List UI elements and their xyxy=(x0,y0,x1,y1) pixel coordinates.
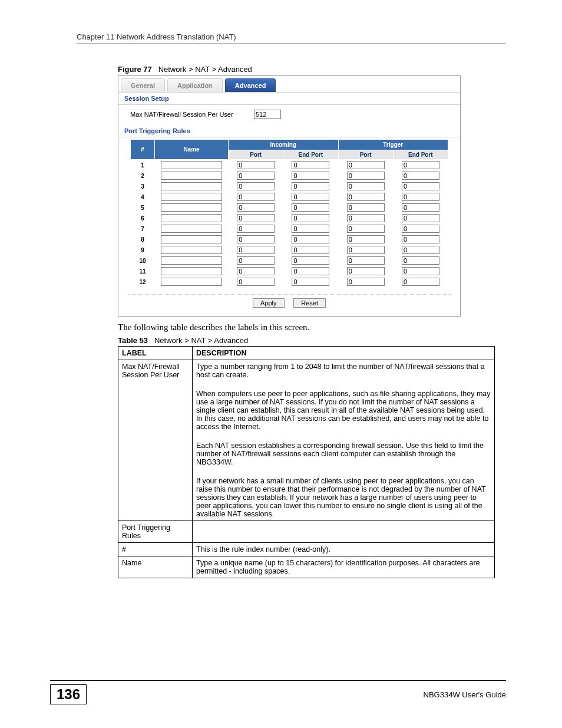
desc-col-label: LABEL xyxy=(118,347,193,360)
incoming-endport-input[interactable] xyxy=(292,267,329,275)
incoming-port-input[interactable] xyxy=(237,256,275,265)
trigger-port-input[interactable] xyxy=(347,256,385,265)
header-rule xyxy=(77,44,506,44)
rule-name-input[interactable] xyxy=(161,214,222,222)
trigger-endport-input[interactable] xyxy=(402,193,439,201)
apply-button[interactable]: Apply xyxy=(253,298,285,308)
incoming-port-input[interactable] xyxy=(237,278,275,286)
router-ui: General Application Advanced Session Set… xyxy=(118,75,461,317)
col-tr-port: Port xyxy=(338,150,393,160)
incoming-port-input[interactable] xyxy=(237,161,275,169)
table-row: 1 xyxy=(131,160,448,171)
trigger-endport-input[interactable] xyxy=(402,235,439,243)
trigger-port-input[interactable] xyxy=(347,161,385,169)
incoming-endport-input[interactable] xyxy=(292,172,329,180)
incoming-endport-input[interactable] xyxy=(292,203,329,212)
rule-name-input[interactable] xyxy=(161,172,222,180)
trigger-port-input[interactable] xyxy=(347,267,385,275)
table-row: 12 xyxy=(131,276,448,287)
incoming-endport-input[interactable] xyxy=(292,246,329,254)
rule-name-input[interactable] xyxy=(161,193,222,201)
max-session-label: Max NAT/Firewall Session Per User xyxy=(130,111,254,118)
trigger-port-input[interactable] xyxy=(347,214,385,222)
rule-name-input[interactable] xyxy=(161,225,222,233)
tab-bar: General Application Advanced xyxy=(118,76,460,93)
trigger-endport-input[interactable] xyxy=(402,161,439,169)
row-index: 9 xyxy=(131,245,155,255)
incoming-endport-input[interactable] xyxy=(292,214,329,222)
incoming-endport-input[interactable] xyxy=(292,225,329,233)
rule-name-input[interactable] xyxy=(161,182,222,190)
trigger-endport-input[interactable] xyxy=(402,225,439,233)
trigger-port-input[interactable] xyxy=(347,193,385,201)
table-row: 3 xyxy=(131,181,448,192)
rule-name-input[interactable] xyxy=(161,161,222,169)
footer: 136 NBG334W User's Guide xyxy=(0,680,562,704)
trigger-port-input[interactable] xyxy=(347,278,385,286)
trigger-endport-input[interactable] xyxy=(402,172,439,180)
incoming-endport-input[interactable] xyxy=(292,235,329,243)
incoming-port-input[interactable] xyxy=(237,182,275,190)
table-row: 10 xyxy=(131,255,448,266)
incoming-port-input[interactable] xyxy=(237,172,275,180)
col-tr-endport: End Port xyxy=(393,150,448,160)
trigger-port-input[interactable] xyxy=(347,225,385,233)
incoming-port-input[interactable] xyxy=(237,203,275,212)
trigger-endport-input[interactable] xyxy=(402,246,439,254)
row-index: 3 xyxy=(131,181,155,192)
trigger-port-input[interactable] xyxy=(347,172,385,180)
table-row: 8 xyxy=(131,234,448,245)
trigger-endport-input[interactable] xyxy=(402,256,439,265)
trigger-endport-input[interactable] xyxy=(402,203,439,212)
desc-col-description: DESCRIPTION xyxy=(193,347,495,360)
row-index: 8 xyxy=(131,234,155,245)
rule-name-input[interactable] xyxy=(161,203,222,212)
table-row: 7 xyxy=(131,223,448,234)
row-index: 1 xyxy=(131,160,155,171)
trigger-endport-input[interactable] xyxy=(402,267,439,275)
table-row: 9 xyxy=(131,245,448,255)
row-index: 6 xyxy=(131,213,155,223)
incoming-endport-input[interactable] xyxy=(292,278,329,286)
footer-rule xyxy=(50,680,506,681)
rule-name-input[interactable] xyxy=(161,235,222,243)
incoming-port-input[interactable] xyxy=(237,267,275,275)
rule-name-input[interactable] xyxy=(161,256,222,265)
trigger-port-input[interactable] xyxy=(347,182,385,190)
incoming-endport-input[interactable] xyxy=(292,161,329,169)
row-index: 12 xyxy=(131,276,155,287)
figure-caption: Figure 77 Network > NAT > Advanced xyxy=(118,65,506,74)
row-index: 2 xyxy=(131,170,155,181)
rule-name-input[interactable] xyxy=(161,278,222,286)
table-label: Table 53 xyxy=(118,336,148,345)
trigger-port-input[interactable] xyxy=(347,235,385,243)
incoming-port-input[interactable] xyxy=(237,235,275,243)
trigger-endport-input[interactable] xyxy=(402,182,439,190)
desc-text: Type a number ranging from 1 to 2048 to … xyxy=(193,360,495,521)
trigger-endport-input[interactable] xyxy=(402,278,439,286)
desc-text xyxy=(193,521,495,543)
trigger-endport-input[interactable] xyxy=(402,214,439,222)
incoming-port-input[interactable] xyxy=(237,225,275,233)
tab-advanced[interactable]: Advanced xyxy=(225,78,276,92)
rule-name-input[interactable] xyxy=(161,246,222,254)
trigger-port-input[interactable] xyxy=(347,203,385,212)
desc-label: Max NAT/Firewall Session Per User xyxy=(118,360,193,521)
reset-button[interactable]: Reset xyxy=(293,298,326,308)
incoming-port-input[interactable] xyxy=(237,246,275,254)
incoming-endport-input[interactable] xyxy=(292,193,329,201)
incoming-endport-input[interactable] xyxy=(292,182,329,190)
description-table: LABEL DESCRIPTION Max NAT/Firewall Sessi… xyxy=(118,346,495,578)
trigger-port-input[interactable] xyxy=(347,246,385,254)
table-row: #This is the rule index number (read-onl… xyxy=(118,543,495,556)
max-session-input[interactable] xyxy=(254,110,281,119)
rule-name-input[interactable] xyxy=(161,267,222,275)
incoming-port-input[interactable] xyxy=(237,214,275,222)
incoming-port-input[interactable] xyxy=(237,193,275,201)
table-row: Port Triggering Rules xyxy=(118,521,495,543)
incoming-endport-input[interactable] xyxy=(292,256,329,265)
port-trigger-heading: Port Triggering Rules xyxy=(118,125,460,137)
tab-general[interactable]: General xyxy=(121,78,165,92)
tab-application[interactable]: Application xyxy=(167,78,223,92)
table-row: NameType a unique name (up to 15 charact… xyxy=(118,556,495,578)
